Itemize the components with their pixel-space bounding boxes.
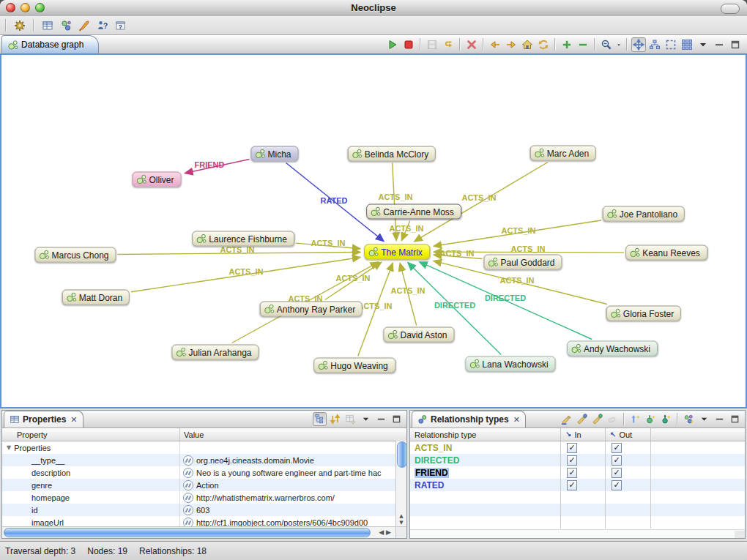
view-menu-icon[interactable] <box>696 37 710 52</box>
expand-triangle-icon[interactable]: ▼ <box>7 444 11 451</box>
home-icon[interactable] <box>520 37 535 52</box>
property-row-genre[interactable]: genreAction <box>2 479 406 491</box>
properties-vertical-scrollbar[interactable]: ▲▼ <box>395 441 406 526</box>
property-row-id[interactable]: id603 <box>2 504 406 516</box>
graph-node-matrix[interactable]: The Matrix <box>364 244 430 260</box>
graph-node-laurence[interactable]: Laurence Fishburne <box>192 231 294 247</box>
back-icon[interactable] <box>488 37 502 52</box>
save-icon[interactable] <box>425 37 439 52</box>
help-person-icon[interactable]: ? <box>95 18 110 33</box>
help-view-icon[interactable]: ? <box>114 18 128 33</box>
scrollbar-thumb[interactable] <box>4 528 371 537</box>
checkbox-checked[interactable]: ✓ <box>567 468 577 478</box>
column-header-type[interactable]: Relationship type <box>410 428 561 441</box>
property-row-homepage[interactable]: homepagehttp://whatisthematrix.warnerbro… <box>2 491 406 504</box>
minimize-icon[interactable] <box>712 37 726 52</box>
highlight-add-incoming-icon[interactable] <box>575 412 589 426</box>
forward-icon[interactable] <box>504 37 519 52</box>
relationship-row-directed[interactable]: DIRECTED✓✓ <box>410 454 745 466</box>
checkbox-checked[interactable]: ✓ <box>612 468 622 478</box>
refresh-icon[interactable] <box>536 37 551 52</box>
checkbox-checked[interactable]: ✓ <box>567 480 577 490</box>
close-icon[interactable]: ✕ <box>70 415 77 425</box>
relationship-row-acts_in[interactable]: ACTS_IN✓✓ <box>410 441 745 454</box>
zoom-tool-icon[interactable] <box>599 37 614 52</box>
highlight-relationships-icon[interactable] <box>560 412 573 426</box>
add-bidirectional-node-icon[interactable] <box>659 412 673 426</box>
graph-node-belinda[interactable]: Belinda McClory <box>348 146 436 162</box>
checkbox-checked[interactable]: ✓ <box>612 480 622 490</box>
graph-node-andy[interactable]: Andy Wachowski <box>567 341 658 356</box>
add-outgoing-node-icon[interactable] <box>644 412 658 426</box>
tab-relationship-types[interactable]: Relationship types ✕ <box>412 411 526 428</box>
sort-properties-icon[interactable] <box>328 412 342 426</box>
gear-icon[interactable] <box>12 18 27 33</box>
stop-icon[interactable] <box>401 37 416 52</box>
column-header-in[interactable]: ↘In <box>561 428 606 441</box>
close-icon[interactable]: ✕ <box>513 415 520 425</box>
graph-node-micha[interactable]: Micha <box>250 146 298 162</box>
graph-node-matt[interactable]: Matt Doran <box>62 290 130 305</box>
layout-grid-icon[interactable] <box>680 37 694 52</box>
zoom-in-icon[interactable] <box>560 37 574 52</box>
maximize-icon[interactable] <box>390 412 404 426</box>
tab-database-graph[interactable]: Database graph <box>1 35 99 53</box>
property-row-description[interactable]: descriptionNeo is a young software engin… <box>2 466 406 479</box>
rocket-icon[interactable] <box>77 18 92 33</box>
new-property-icon[interactable] <box>343 412 357 426</box>
minimize-icon[interactable] <box>713 412 726 426</box>
checkbox-checked[interactable]: ✓ <box>567 443 577 453</box>
column-header-property[interactable]: Property <box>2 428 180 441</box>
add-incoming-node-icon[interactable] <box>628 412 642 426</box>
zoom-out-icon[interactable] <box>576 37 590 52</box>
graph-node-gloria[interactable]: Gloria Foster <box>606 306 681 321</box>
graph-node-paul[interactable]: Paul Goddard <box>483 255 562 270</box>
graph-node-julian[interactable]: Julian Arahanga <box>171 345 259 360</box>
graph-node-david[interactable]: David Aston <box>383 327 454 343</box>
graph-node-anthony[interactable]: Anthony Ray Parker <box>260 302 363 317</box>
checkbox-checked[interactable]: ✓ <box>612 443 622 453</box>
layout-selection-icon[interactable] <box>664 37 678 52</box>
tab-properties[interactable]: Properties ✕ <box>4 411 83 428</box>
column-header-out[interactable]: ↖Out <box>606 428 651 441</box>
graph-node-marcus[interactable]: Marcus Chong <box>34 247 116 263</box>
graph-node-lana[interactable]: Lana Wachowski <box>465 356 555 372</box>
graph-node-hugo[interactable]: Hugo Weaving <box>313 358 395 373</box>
graph-canvas[interactable]: FRIENDRATEDACTS_INACTS_INACTS_INACTS_INA… <box>0 53 747 408</box>
property-row-__type__[interactable]: __type__org.neo4j.cineasts.domain.Movie <box>2 454 406 466</box>
scrollbar-thumb[interactable] <box>397 441 407 468</box>
column-header-value[interactable]: Value <box>180 428 406 441</box>
layout-spring-icon[interactable] <box>631 37 646 52</box>
checkbox-checked[interactable]: ✓ <box>612 455 622 466</box>
scrollbar-arrows[interactable]: ◀▶ <box>379 529 393 536</box>
run-icon[interactable] <box>385 37 400 52</box>
clear-highlight-icon[interactable] <box>606 412 620 426</box>
properties-horizontal-scrollbar[interactable]: ◀▶ <box>2 526 395 538</box>
scrollbar-arrows[interactable]: ▲▼ <box>396 513 406 526</box>
graph-node-joe[interactable]: Joe Pantoliano <box>603 206 685 222</box>
graph-node-marc[interactable]: Marc Aden <box>530 146 596 161</box>
view-menu-icon[interactable] <box>359 412 373 426</box>
property-category-row[interactable]: ▼Properties <box>2 441 406 454</box>
dropdown-arrow-icon[interactable] <box>615 37 622 52</box>
tree-mode-icon[interactable] <box>313 412 327 426</box>
title-bar[interactable]: Neoclipse <box>0 0 747 17</box>
highlight-add-outgoing-icon[interactable] <box>590 412 604 426</box>
maximize-icon[interactable] <box>728 37 743 52</box>
graph-node-carrie[interactable]: Carrie-Anne Moss <box>366 204 461 220</box>
graph-node-olliver[interactable]: Olliver <box>132 172 181 187</box>
add-relationship-type-icon[interactable] <box>682 412 696 426</box>
relationship-row-rated[interactable]: RATED✓✓ <box>410 479 745 491</box>
toolbar-toggle-button[interactable] <box>721 4 740 14</box>
revert-icon[interactable] <box>441 37 456 52</box>
view-menu-icon[interactable] <box>697 412 711 426</box>
layout-tree-icon[interactable] <box>647 37 662 52</box>
graph-nodes-icon[interactable] <box>59 18 73 33</box>
graph-node-keanu[interactable]: Keanu Reeves <box>625 245 707 261</box>
table-icon[interactable] <box>40 18 55 33</box>
checkbox-checked[interactable]: ✓ <box>567 455 577 466</box>
relationship-row-friend[interactable]: FRIEND✓✓ <box>410 466 745 479</box>
maximize-icon[interactable] <box>728 412 742 426</box>
delete-icon[interactable] <box>464 37 479 52</box>
minimize-icon[interactable] <box>374 412 388 426</box>
